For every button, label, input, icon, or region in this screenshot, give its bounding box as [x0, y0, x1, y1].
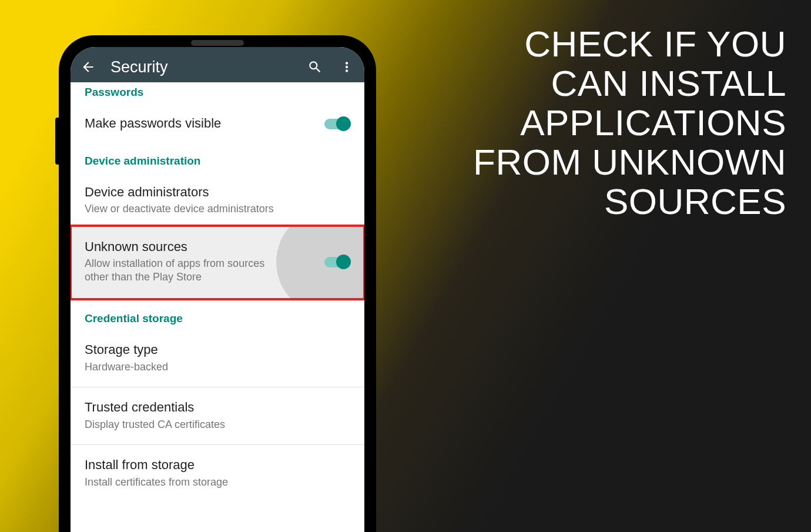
divider [71, 444, 364, 445]
more-vert-icon [339, 59, 354, 75]
toggle-unknown-sources[interactable] [324, 257, 349, 267]
row-title: Install from storage [85, 457, 350, 473]
headline-line: SOURCES [473, 182, 786, 222]
row-device-administrators[interactable]: Device administrators View or deactivate… [71, 176, 364, 226]
row-subtitle: Install certificates from storage [85, 476, 290, 489]
row-storage-type[interactable]: Storage type Hardware-backed [71, 333, 364, 383]
section-header-device-admin: Device administration [71, 142, 364, 176]
phone-screen: Security Passwords Make passwords visibl… [71, 47, 364, 532]
row-title: Trusted credentials [85, 399, 350, 416]
row-unknown-sources[interactable]: Unknown sources Allow installation of ap… [71, 226, 364, 300]
row-title: Unknown sources [85, 239, 311, 255]
row-trusted-credentials[interactable]: Trusted credentials Display trusted CA c… [71, 391, 364, 441]
search-button[interactable] [306, 58, 324, 76]
headline-text: CHECK IF YOU CAN INSTALL APPLICATIONS FR… [473, 25, 786, 222]
row-subtitle: Allow installation of apps from sources … [85, 257, 290, 283]
phone-frame: Security Passwords Make passwords visibl… [59, 35, 376, 532]
row-make-passwords-visible[interactable]: Make passwords visible [71, 107, 364, 142]
arrow-back-icon [81, 59, 96, 75]
toggle-passwords-visible[interactable] [324, 119, 349, 129]
headline-line: APPLICATIONS [473, 103, 786, 143]
section-header-passwords: Passwords [71, 82, 364, 107]
search-icon [307, 59, 323, 75]
back-button[interactable] [79, 58, 98, 76]
row-install-from-storage[interactable]: Install from storage Install certificate… [71, 449, 364, 498]
phone-notch [191, 40, 244, 46]
divider [71, 387, 364, 387]
phone-side-button [55, 118, 59, 165]
row-subtitle: View or deactivate device administrators [85, 202, 290, 216]
row-title: Make passwords visible [85, 115, 311, 132]
section-header-credential-storage: Credential storage [71, 299, 364, 333]
settings-content[interactable]: Passwords Make passwords visible Device … [71, 82, 364, 532]
row-title: Device administrators [85, 184, 350, 200]
row-title: Storage type [85, 342, 350, 358]
appbar-title: Security [110, 58, 293, 76]
appbar: Security [71, 47, 364, 87]
headline-line: CAN INSTALL [473, 64, 786, 103]
overflow-menu-button[interactable] [337, 58, 356, 76]
headline-line: CHECK IF YOU [473, 25, 786, 64]
row-subtitle: Hardware-backed [85, 360, 290, 374]
row-subtitle: Display trusted CA certificates [85, 418, 290, 431]
headline-line: FROM UNKNOWN [473, 143, 786, 182]
